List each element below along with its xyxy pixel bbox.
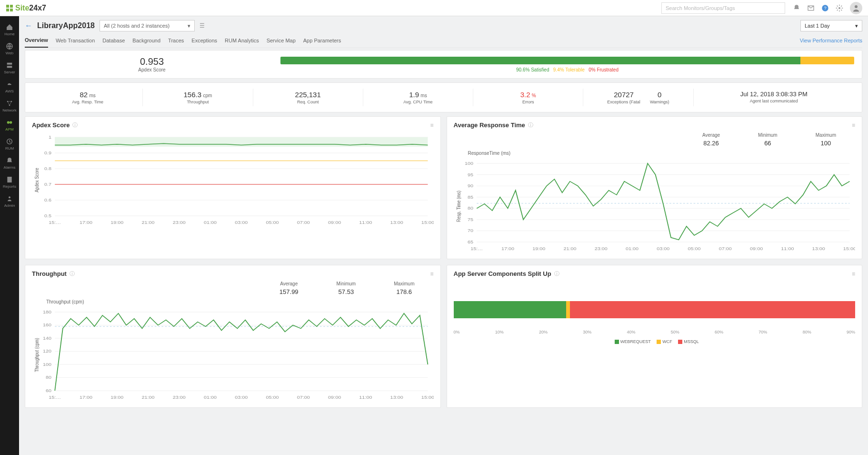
chart-menu-icon[interactable]: ≡: [852, 122, 855, 129]
performance-reports-link[interactable]: View Performance Reports: [800, 34, 862, 47]
back-button[interactable]: ←: [25, 21, 32, 30]
chart-menu-icon[interactable]: ≡: [852, 271, 855, 277]
logo-icon: [6, 4, 13, 12]
svg-text:23:00: 23:00: [594, 246, 608, 251]
sidebar-item-network[interactable]: Network: [0, 96, 19, 115]
help-icon[interactable]: ?: [821, 4, 829, 12]
svg-text:180: 180: [43, 310, 52, 314]
stat-agent-time: Jul 12, 2018 3:08:33 PMAgent last commun…: [694, 89, 854, 106]
svg-point-4: [855, 5, 858, 8]
svg-text:07:00: 07:00: [297, 395, 310, 400]
svg-text:21:00: 21:00: [563, 246, 577, 251]
tab-rum-analytics[interactable]: RUM Analytics: [225, 34, 259, 47]
page-header: ← LibraryApp2018 All (2 hosts and 2 inst…: [25, 20, 862, 31]
svg-text:160: 160: [43, 323, 52, 327]
logo-text-1: Site: [15, 4, 29, 12]
svg-text:13:00: 13:00: [812, 246, 825, 251]
tab-traces[interactable]: Traces: [168, 34, 184, 47]
chart-title: Apdex Score: [32, 121, 70, 129]
chart-components-split: App Server Components Split Up ⓘ ≡ 0%10%…: [447, 265, 863, 408]
svg-text:23:00: 23:00: [173, 395, 186, 400]
svg-text:75: 75: [467, 217, 473, 222]
svg-text:17:00: 17:00: [80, 395, 93, 400]
avatar[interactable]: [850, 2, 862, 14]
svg-text:70: 70: [467, 228, 473, 233]
sidebar-item-home[interactable]: Home: [0, 20, 19, 39]
tab-database[interactable]: Database: [102, 34, 125, 47]
tab-app-parameters[interactable]: App Parameters: [303, 34, 341, 47]
svg-text:0.5: 0.5: [44, 213, 52, 218]
tab-exceptions[interactable]: Exceptions: [191, 34, 217, 47]
search-input[interactable]: Search Monitors/Groups/Tags: [661, 2, 785, 14]
sidebar-item-server[interactable]: Server: [0, 58, 19, 77]
sidebar-item-admin[interactable]: Admin: [0, 192, 19, 211]
tab-background[interactable]: Background: [132, 34, 160, 47]
svg-text:07:00: 07:00: [297, 220, 310, 225]
logo[interactable]: Site24x7: [6, 4, 46, 12]
svg-text:21:00: 21:00: [141, 220, 155, 225]
svg-text:140: 140: [43, 336, 52, 341]
svg-text:23:00: 23:00: [173, 220, 186, 225]
timerange-select[interactable]: Last 1 Day▾: [800, 20, 862, 31]
svg-point-15: [9, 196, 10, 198]
page-title: LibraryApp2018: [37, 21, 95, 30]
sidebar-item-reports[interactable]: Reports: [0, 172, 19, 192]
tab-bar: Overview Web Transaction Database Backgr…: [25, 33, 862, 48]
svg-rect-14: [7, 177, 11, 182]
svg-text:11:00: 11:00: [781, 246, 794, 251]
chart-title: Throughput: [32, 270, 67, 277]
svg-text:05:00: 05:00: [688, 246, 701, 251]
notification-icon[interactable]: [793, 4, 800, 12]
info-icon[interactable]: ⓘ: [72, 121, 78, 129]
info-icon[interactable]: ⓘ: [528, 121, 533, 129]
sidebar-item-aws[interactable]: AWS: [0, 77, 19, 96]
host-filter-select[interactable]: All (2 hosts and 2 instances)▾: [100, 20, 195, 31]
svg-rect-7: [7, 66, 12, 68]
svg-text:0.7: 0.7: [44, 182, 52, 187]
svg-text:09:00: 09:00: [328, 395, 341, 400]
sidebar-item-rum[interactable]: RUM: [0, 134, 19, 153]
chart-sublabel: Throughput (cpm): [32, 299, 434, 304]
chart-menu-icon[interactable]: ≡: [430, 271, 433, 277]
sidebar-item-web[interactable]: Web: [0, 39, 19, 58]
chart-title: App Server Components Split Up: [454, 270, 551, 277]
svg-text:01:00: 01:00: [204, 395, 217, 400]
svg-text:100: 100: [43, 362, 52, 367]
tab-web-transaction[interactable]: Web Transaction: [56, 34, 95, 47]
tab-overview[interactable]: Overview: [25, 33, 48, 48]
svg-text:19:00: 19:00: [110, 220, 124, 225]
svg-text:100: 100: [464, 161, 473, 166]
tab-service-map[interactable]: Service Map: [267, 34, 296, 47]
svg-text:15:…: 15:…: [470, 246, 483, 251]
svg-text:15:00: 15:00: [421, 220, 434, 225]
svg-text:120: 120: [43, 349, 52, 354]
chart-throughput: Throughput ⓘ ≡ Average157.99 Minimum57.5…: [25, 265, 441, 408]
apdex-score: 0.953 Apdex Score: [33, 56, 271, 72]
apdex-bar: [280, 57, 854, 64]
stacked-bar: [454, 301, 856, 318]
svg-text:03:00: 03:00: [657, 246, 670, 251]
top-icons: ?: [793, 2, 862, 14]
svg-text:90: 90: [467, 183, 473, 188]
stats-card: 82 msAvg. Resp. Time 156.3 cpmThroughput…: [25, 82, 862, 112]
stat-req-count: 225,131Req. Count: [253, 89, 363, 106]
list-icon[interactable]: ☰: [200, 22, 205, 29]
chevron-down-icon: ▾: [188, 23, 190, 29]
info-icon[interactable]: ⓘ: [554, 270, 559, 277]
sidebar-item-apm[interactable]: APM: [0, 115, 19, 134]
sidebar: Home Web Server AWS Network APM RUM Alar…: [0, 16, 19, 455]
svg-text:13:00: 13:00: [390, 395, 404, 400]
chart-menu-icon[interactable]: ≡: [430, 122, 433, 129]
svg-text:80: 80: [467, 206, 473, 211]
chevron-down-icon: ▾: [855, 23, 858, 29]
svg-text:15:…: 15:…: [49, 395, 61, 400]
mail-icon[interactable]: [807, 4, 815, 12]
settings-icon[interactable]: [836, 4, 843, 12]
chart-stats: Average82.26 Minimum66 Maximum100: [454, 132, 856, 147]
info-icon[interactable]: ⓘ: [70, 270, 75, 277]
svg-text:05:00: 05:00: [266, 395, 279, 400]
svg-text:19:00: 19:00: [110, 395, 124, 400]
svg-text:11:00: 11:00: [359, 395, 372, 400]
svg-text:60: 60: [46, 388, 52, 393]
sidebar-item-alarms[interactable]: Alarms: [0, 153, 19, 172]
